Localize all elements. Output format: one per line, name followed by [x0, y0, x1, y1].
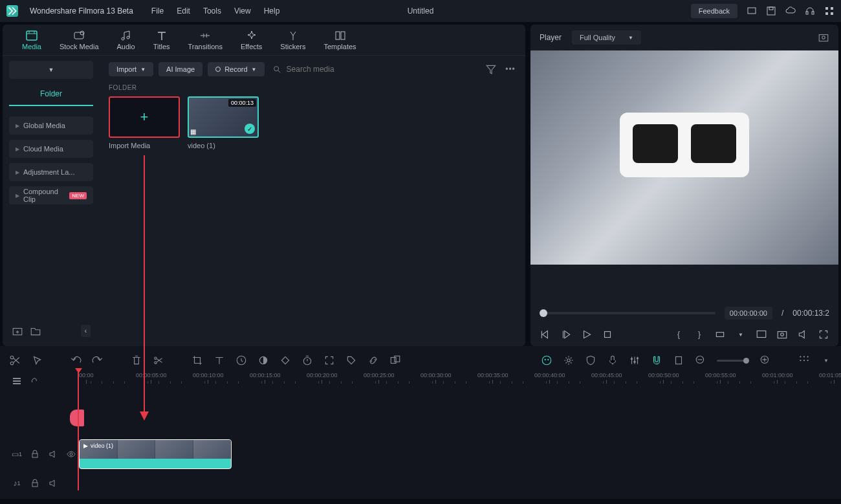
- crop-icon[interactable]: [191, 355, 203, 366]
- save-icon[interactable]: [766, 6, 776, 16]
- delete-icon[interactable]: [131, 355, 142, 366]
- import-media-card[interactable]: + Import Media: [109, 96, 180, 149]
- chevron-down-icon[interactable]: ▼: [735, 329, 747, 340]
- camera-icon[interactable]: [776, 329, 788, 340]
- split-icon[interactable]: [153, 355, 164, 366]
- view-options-icon[interactable]: [798, 355, 810, 366]
- tab-audio[interactable]: Audio: [117, 30, 135, 50]
- menu-edit[interactable]: Edit: [177, 6, 190, 16]
- mic-icon[interactable]: [607, 355, 618, 366]
- link-track-icon[interactable]: [28, 376, 39, 386]
- video-thumbnail[interactable]: 00:00:13 ▦ ✓: [188, 96, 259, 138]
- audio-track-icon[interactable]: ♪1: [12, 478, 22, 488]
- redo-icon[interactable]: [92, 355, 104, 366]
- display-mode-icon[interactable]: [756, 329, 767, 340]
- mark-in-icon[interactable]: {: [673, 329, 684, 340]
- timeline-menu-icon[interactable]: [12, 376, 22, 386]
- prev-frame-icon[interactable]: [540, 329, 551, 340]
- collapse-sidebar-icon[interactable]: ‹: [81, 325, 91, 337]
- magnet-icon[interactable]: [651, 355, 662, 366]
- seek-track[interactable]: [540, 312, 715, 314]
- sidebar-item-cloud-media[interactable]: ▶ Cloud Media: [9, 140, 93, 158]
- fullscreen-icon[interactable]: [818, 329, 829, 340]
- step-back-icon[interactable]: [560, 329, 572, 340]
- timeline-playhead[interactable]: [78, 371, 79, 490]
- lock-track-icon[interactable]: [30, 449, 40, 459]
- mixer-icon[interactable]: [629, 355, 640, 366]
- ai-image-button[interactable]: AI Image: [158, 62, 202, 76]
- sidebar-item-adjustment-layer[interactable]: ▶ Adjustment La...: [9, 163, 93, 181]
- gear-icon[interactable]: [563, 355, 574, 366]
- menu-file[interactable]: File: [151, 6, 164, 16]
- sidebar-dropdown[interactable]: ▼: [9, 61, 93, 79]
- tab-effects[interactable]: Effects: [241, 30, 262, 50]
- volume-icon[interactable]: [797, 329, 809, 340]
- expand-icon[interactable]: [323, 355, 335, 366]
- menu-tools[interactable]: Tools: [203, 6, 221, 16]
- marker-icon[interactable]: [673, 355, 684, 366]
- timeline-ruler[interactable]: 00:0000:00:05:0000:00:10:0000:00:15:0000…: [79, 372, 832, 390]
- video-thumbnail-card[interactable]: 00:00:13 ▦ ✓ video (1): [188, 96, 259, 149]
- feedback-button[interactable]: Feedback: [691, 4, 737, 18]
- tab-stock-media[interactable]: Stock Media: [60, 30, 99, 50]
- search-input[interactable]: [287, 65, 416, 74]
- snapshot-icon[interactable]: [818, 32, 829, 43]
- cloud-icon[interactable]: [785, 6, 796, 16]
- link-icon[interactable]: [367, 355, 379, 366]
- sidebar-item-global-media[interactable]: ▶ Global Media: [9, 116, 93, 135]
- mute-track-icon[interactable]: [48, 478, 58, 488]
- ai-icon[interactable]: [541, 355, 552, 366]
- color-icon[interactable]: [257, 355, 269, 366]
- apps-icon[interactable]: [824, 6, 835, 16]
- filter-icon[interactable]: [485, 63, 497, 75]
- import-button[interactable]: Import ▼: [109, 62, 153, 76]
- video-track-icon[interactable]: ▭1: [12, 449, 22, 459]
- pointer-icon[interactable]: [31, 355, 43, 366]
- zoom-out-icon[interactable]: [695, 355, 706, 366]
- tag-icon[interactable]: [345, 355, 357, 366]
- shield-icon[interactable]: [585, 355, 596, 366]
- keyframe-icon[interactable]: [279, 355, 291, 366]
- more-icon[interactable]: •••: [505, 63, 516, 75]
- chevron-down-icon: ▼: [49, 67, 54, 73]
- zoom-thumb[interactable]: [743, 358, 749, 364]
- tab-titles[interactable]: Titles: [153, 30, 170, 50]
- svg-rect-1: [767, 7, 775, 15]
- group-icon[interactable]: [389, 355, 401, 366]
- import-media-box[interactable]: +: [109, 96, 180, 138]
- timer-icon[interactable]: [301, 355, 313, 366]
- menu-help[interactable]: Help: [264, 6, 280, 16]
- headphones-icon[interactable]: [805, 6, 815, 16]
- tab-stickers[interactable]: Stickers: [280, 30, 305, 50]
- seek-thumb[interactable]: [540, 309, 547, 317]
- undo-icon[interactable]: [70, 355, 82, 366]
- folder-tab[interactable]: Folder: [9, 84, 93, 106]
- speed-icon[interactable]: [235, 355, 247, 366]
- tab-media[interactable]: Media: [22, 30, 41, 50]
- stop-icon[interactable]: [602, 329, 613, 340]
- mute-track-icon[interactable]: [48, 449, 58, 459]
- quality-dropdown[interactable]: Full Quality ▼: [572, 30, 641, 45]
- new-folder-icon[interactable]: [12, 325, 23, 337]
- timeline-clip[interactable]: ▶ video (1): [79, 439, 232, 469]
- visibility-icon[interactable]: [66, 449, 76, 459]
- sidebar-item-compound-clip[interactable]: ▶ Compound Clip NEW: [9, 186, 93, 204]
- zoom-in-icon[interactable]: [759, 355, 771, 366]
- folder-icon[interactable]: [30, 325, 41, 337]
- chevron-down-icon[interactable]: ▼: [820, 355, 832, 366]
- scissors-icon[interactable]: [9, 355, 21, 366]
- play-icon[interactable]: [581, 329, 593, 340]
- menu-view[interactable]: View: [234, 6, 251, 16]
- video-preview[interactable]: [530, 50, 838, 265]
- lock-track-icon[interactable]: [30, 478, 40, 488]
- zoom-slider[interactable]: [717, 360, 749, 362]
- mark-out-icon[interactable]: }: [694, 329, 705, 340]
- display-icon[interactable]: [747, 6, 757, 16]
- media-thumbnails: + Import Media 00:00:13 ▦ ✓ video (1): [109, 96, 516, 149]
- tab-transitions[interactable]: Transitions: [188, 30, 223, 50]
- timeline-marker[interactable]: [70, 410, 84, 426]
- tab-templates[interactable]: Templates: [323, 30, 356, 50]
- record-button[interactable]: Record ▼: [208, 62, 264, 76]
- text-tool-icon[interactable]: [213, 355, 225, 366]
- ratio-icon[interactable]: [714, 329, 726, 340]
